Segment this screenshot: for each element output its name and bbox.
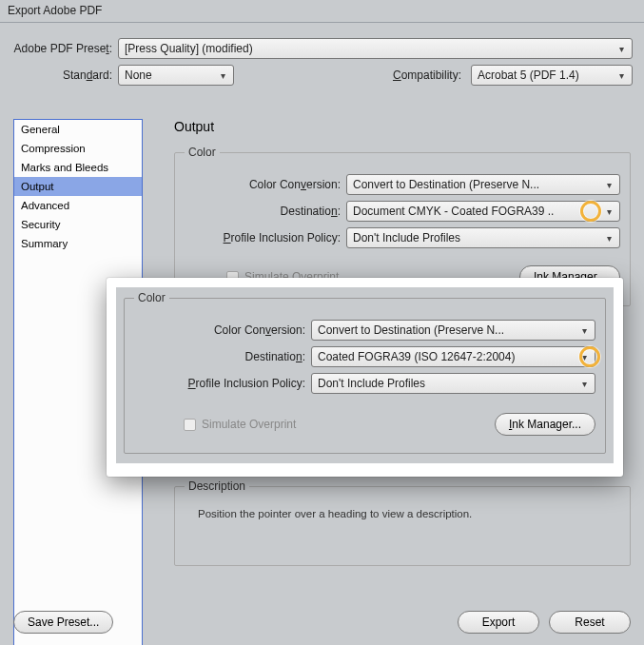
sidebar-item-compression[interactable]: Compression xyxy=(14,139,142,158)
overlay-destination-value: Coated FOGRA39 (ISO 12647-2:2004) xyxy=(318,350,515,363)
export-button[interactable]: Export xyxy=(458,611,539,634)
pane-title: Output xyxy=(174,119,631,134)
chevron-down-icon: ▾ xyxy=(615,70,628,81)
window-title: Export Adobe PDF xyxy=(0,0,644,23)
sidebar-item-output[interactable]: Output xyxy=(14,177,142,196)
compat-label: Compatibility: xyxy=(393,68,467,82)
description-group: Description Position the pointer over a … xyxy=(174,479,631,566)
overlay-conversion-value: Convert to Destination (Preserve N... xyxy=(318,323,504,337)
standard-value: None xyxy=(125,68,152,82)
dialog-body: Adobe PDF Preset: [Press Quality] (modif… xyxy=(0,23,644,101)
overlay-policy-select[interactable]: Don't Include Profiles ▾ xyxy=(311,373,595,394)
preset-select[interactable]: [Press Quality] (modified) ▾ xyxy=(118,38,633,59)
overlay-simulate-label: Simulate Overprint xyxy=(202,418,296,431)
overlay-destination-select[interactable]: Coated FOGRA39 (ISO 12647-2:2004) ▾ xyxy=(311,346,595,367)
overlay-simulate-checkbox: Simulate Overprint xyxy=(184,418,296,431)
compat-select[interactable]: Acrobat 5 (PDF 1.4) ▾ xyxy=(471,65,633,86)
overlay-legend: Color xyxy=(134,291,169,304)
checkbox-box-icon xyxy=(184,419,196,431)
chevron-down-icon: ▾ xyxy=(216,70,229,81)
destination-label: Destination: xyxy=(185,205,346,218)
overlay-destination-label: Destination: xyxy=(134,350,311,363)
sidebar-item-summary[interactable]: Summary xyxy=(14,234,142,253)
chevron-down-icon: ▾ xyxy=(577,379,591,389)
save-preset-button[interactable]: Save Preset... xyxy=(13,611,113,634)
compat-value: Acrobat 5 (PDF 1.4) xyxy=(478,68,579,82)
sidebar-item-advanced[interactable]: Advanced xyxy=(14,196,142,215)
policy-select[interactable]: Don't Include Profiles ▾ xyxy=(346,227,620,248)
overlay-callout: Color Color Conversion: Convert to Desti… xyxy=(107,278,623,477)
color-conversion-value: Convert to Destination (Preserve N... xyxy=(353,178,539,191)
sidebar-item-security[interactable]: Security xyxy=(14,215,142,234)
export-pdf-dialog: Export Adobe PDF Adobe PDF Preset: [Pres… xyxy=(0,0,644,645)
overlay-conversion-select[interactable]: Convert to Destination (Preserve N... ▾ xyxy=(311,320,595,341)
description-text: Position the pointer over a heading to v… xyxy=(185,502,620,554)
standard-select[interactable]: None ▾ xyxy=(118,65,234,86)
overlay-policy-label: Profile Inclusion Policy: xyxy=(134,377,311,390)
reset-button[interactable]: Reset xyxy=(549,611,631,634)
policy-value: Don't Include Profiles xyxy=(353,231,460,244)
overlay-conversion-label: Color Conversion: xyxy=(134,323,311,337)
policy-label: Profile Inclusion Policy: xyxy=(185,231,346,244)
overlay-color-group: Color Color Conversion: Convert to Desti… xyxy=(124,291,606,454)
color-conversion-select[interactable]: Convert to Destination (Preserve N... ▾ xyxy=(346,174,620,195)
color-conversion-label: Color Conversion: xyxy=(185,178,346,191)
description-legend: Description xyxy=(185,479,249,493)
preset-value: [Press Quality] (modified) xyxy=(125,42,253,55)
destination-select[interactable]: Document CMYK - Coated FOGRA39 .. ▾ xyxy=(346,201,620,222)
chevron-down-icon: ▾ xyxy=(577,352,591,362)
chevron-down-icon: ▾ xyxy=(615,44,628,54)
color-legend: Color xyxy=(185,146,220,159)
standard-label: Standard: xyxy=(11,68,118,82)
chevron-down-icon: ▾ xyxy=(602,206,615,217)
chevron-down-icon: ▾ xyxy=(577,325,591,336)
overlay-ink-manager-button[interactable]: Ink Manager... xyxy=(495,413,595,436)
chevron-down-icon: ▾ xyxy=(602,233,615,244)
sidebar-item-general[interactable]: General xyxy=(14,120,142,139)
sidebar-item-marks-and-bleeds[interactable]: Marks and Bleeds xyxy=(14,158,142,177)
overlay-policy-value: Don't Include Profiles xyxy=(318,377,425,390)
chevron-down-icon: ▾ xyxy=(602,180,615,190)
preset-label: Adobe PDF Preset: xyxy=(11,42,118,55)
destination-value: Document CMYK - Coated FOGRA39 .. xyxy=(353,205,554,218)
dialog-footer: Save Preset... Export Reset xyxy=(13,611,631,634)
